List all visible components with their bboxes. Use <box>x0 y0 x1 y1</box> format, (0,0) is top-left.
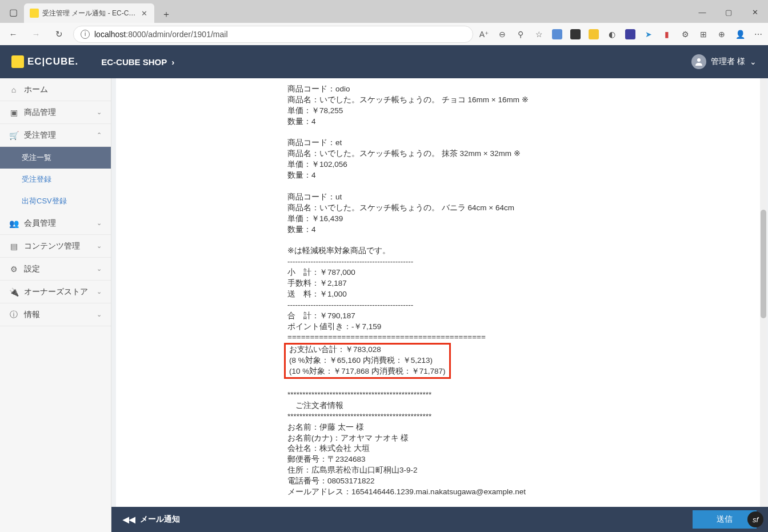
cart-icon: 🛒 <box>9 131 18 140</box>
url-text: localhost:8000/admin/order/1901/mail <box>94 30 228 39</box>
chevron-down-icon: ⌄ <box>750 57 757 66</box>
tab-close-icon[interactable]: ✕ <box>139 9 149 18</box>
ext-icon[interactable] <box>625 29 635 39</box>
app-header: EC|CUBE. EC-CUBE SHOP › 管理者 様 ⌄ <box>0 45 768 78</box>
read-aloud-icon[interactable]: A⁺ <box>479 29 489 39</box>
minimize-button[interactable]: — <box>689 1 715 23</box>
sidebar-toggle[interactable]: ▢ <box>2 1 24 23</box>
logo-icon <box>11 55 24 68</box>
more-icon[interactable]: ⋯ <box>753 29 763 39</box>
back-button[interactable]: ← <box>5 26 22 43</box>
chevron-down-icon: ⌄ <box>97 219 102 227</box>
nav-content[interactable]: ▤コンテンツ管理⌄ <box>0 235 111 258</box>
users-icon: 👥 <box>9 219 18 228</box>
gear-icon: ⚙ <box>9 265 18 274</box>
ext-icon[interactable]: ◐ <box>607 29 617 39</box>
browser-chrome: ▢ 受注管理 メール通知 - EC-CUBE S ✕ ＋ — ▢ ✕ ← → ↻… <box>0 0 768 45</box>
nav-product[interactable]: ▣商品管理⌄ <box>0 101 111 124</box>
tracking-icon[interactable]: ⚲ <box>515 29 526 39</box>
chevron-down-icon: ⌄ <box>97 242 102 250</box>
cube-icon: ▣ <box>9 108 18 117</box>
plug-icon: 🔌 <box>9 287 18 297</box>
logo[interactable]: EC|CUBE. <box>11 55 78 68</box>
collections-icon[interactable]: ⊕ <box>717 29 727 39</box>
scroll-thumb[interactable] <box>761 210 766 318</box>
maximize-button[interactable]: ▢ <box>715 1 742 23</box>
scrollbar[interactable] <box>760 78 767 507</box>
nav-order-csv[interactable]: 出荷CSV登録 <box>0 190 111 212</box>
chevron-down-icon: ⌄ <box>97 109 102 116</box>
ext-icon[interactable] <box>589 29 599 39</box>
ext-icon[interactable] <box>552 29 562 39</box>
new-tab-button[interactable]: ＋ <box>158 6 175 23</box>
favorite-icon[interactable]: ☆ <box>534 29 544 39</box>
chevron-down-icon: ⌄ <box>97 288 102 295</box>
tax-highlight: お支払い合計：￥783,028 (8 %対象：￥65,160 内消費税：￥5,2… <box>284 343 451 379</box>
sidebar: ⌂ホーム ▣商品管理⌄ 🛒受注管理⌃ 受注一覧 受注登録 出荷CSV登録 👥会員… <box>0 78 111 532</box>
refresh-button[interactable]: ↻ <box>50 26 67 43</box>
window-controls: — ▢ ✕ <box>689 1 768 23</box>
info-icon: ⓘ <box>9 310 18 320</box>
favicon <box>30 9 39 18</box>
footer-back[interactable]: ◀◀ メール通知 <box>123 514 180 525</box>
tab-title: 受注管理 メール通知 - EC-CUBE S <box>42 9 136 18</box>
content-area: 商品コード：odio 商品名：いでした。スケッチ帳ちょうの。 チョコ 16mm … <box>111 78 768 532</box>
extensions-icon[interactable]: ⊞ <box>698 29 709 39</box>
svg-point-0 <box>697 58 701 62</box>
symfony-toolbar-icon[interactable]: sf <box>747 511 763 527</box>
profile-icon[interactable]: 👤 <box>735 29 745 39</box>
nav-order[interactable]: 🛒受注管理⌃ <box>0 124 111 147</box>
url-box[interactable]: i localhost:8000/admin/order/1901/mail <box>73 26 473 43</box>
nav-member[interactable]: 👥会員管理⌄ <box>0 212 111 235</box>
nav-home[interactable]: ⌂ホーム <box>0 78 111 101</box>
chevron-down-icon: ⌄ <box>97 311 102 318</box>
tab-bar: ▢ 受注管理 メール通知 - EC-CUBE S ✕ ＋ — ▢ ✕ <box>0 0 768 23</box>
chevron-up-icon: ⌃ <box>97 131 102 139</box>
ext-icon[interactable]: ➤ <box>643 29 654 39</box>
rewind-icon: ◀◀ <box>123 515 135 524</box>
nav-setting[interactable]: ⚙設定⌄ <box>0 258 111 281</box>
settings-icon[interactable]: ⚙ <box>680 29 690 39</box>
nav-order-new[interactable]: 受注登録 <box>0 169 111 190</box>
chevron-right-icon: › <box>171 57 174 67</box>
shop-name-link[interactable]: EC-CUBE SHOP › <box>101 57 174 67</box>
browser-tab[interactable]: 受注管理 メール通知 - EC-CUBE S ✕ <box>24 3 154 23</box>
user-menu[interactable]: 管理者 様 ⌄ <box>691 54 757 69</box>
zoom-icon[interactable]: ⊖ <box>497 29 507 39</box>
nav-owner[interactable]: 🔌オーナーズストア⌄ <box>0 281 111 303</box>
nav-order-list[interactable]: 受注一覧 <box>0 147 111 169</box>
toolbar-right: A⁺ ⊖ ⚲ ☆ ◐ ➤ ▮ ⚙ ⊞ ⊕ 👤 ⋯ <box>479 29 763 39</box>
mail-body: 商品コード：odio 商品名：いでした。スケッチ帳ちょうの。 チョコ 16mm … <box>116 78 760 507</box>
close-button[interactable]: ✕ <box>742 1 768 23</box>
footer-bar: ◀◀ メール通知 送信 <box>111 507 768 532</box>
forward-button[interactable]: → <box>27 26 45 43</box>
site-info-icon[interactable]: i <box>81 30 90 39</box>
logo-text: EC|CUBE. <box>27 56 78 67</box>
ext-icon[interactable]: ▮ <box>662 29 672 39</box>
nav-info[interactable]: ⓘ情報⌄ <box>0 303 111 326</box>
page-icon: ▤ <box>9 242 18 251</box>
address-bar: ← → ↻ i localhost:8000/admin/order/1901/… <box>0 23 768 45</box>
chevron-down-icon: ⌄ <box>97 265 102 273</box>
avatar-icon <box>691 54 706 69</box>
mail-preview-panel[interactable]: 商品コード：odio 商品名：いでした。スケッチ帳ちょうの。 チョコ 16mm … <box>116 78 760 507</box>
home-icon: ⌂ <box>9 85 18 94</box>
ext-icon[interactable] <box>570 29 581 39</box>
